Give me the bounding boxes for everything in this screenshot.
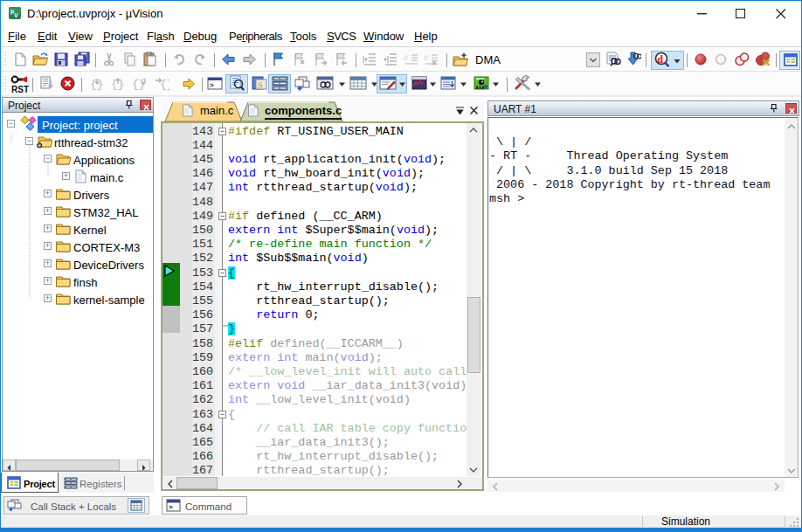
- svg-text:{}: {}: [160, 78, 169, 91]
- svg-text:V: V: [14, 12, 18, 18]
- svg-text:S: S: [258, 79, 263, 90]
- svg-text:>: >: [169, 503, 173, 511]
- svg-text://: //: [424, 53, 430, 62]
- svg-text:>: >: [210, 81, 214, 89]
- svg-text:RST: RST: [11, 85, 29, 94]
- svg-text://: //: [404, 53, 410, 62]
- svg-text:d: d: [657, 53, 663, 66]
